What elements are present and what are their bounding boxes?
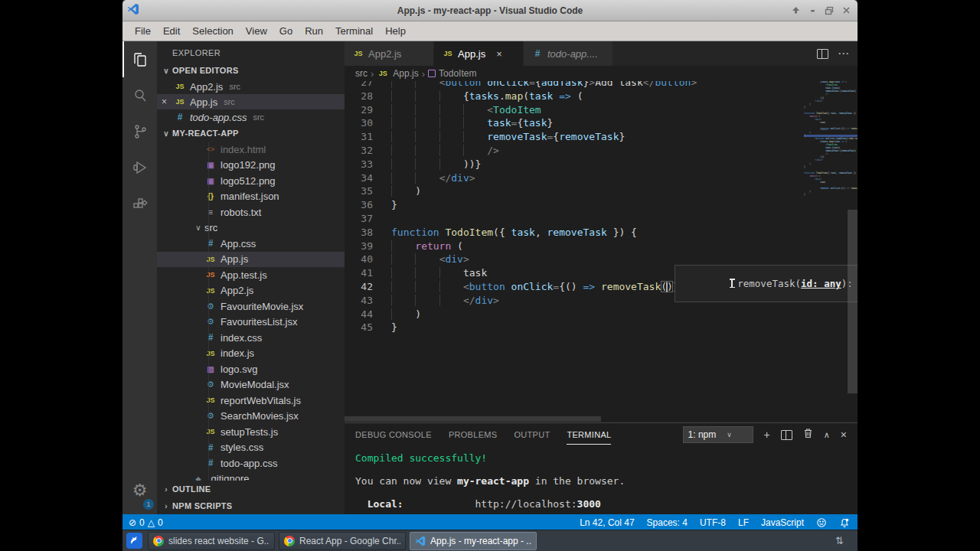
tree-item-index.css[interactable]: #index.css [157, 330, 345, 346]
applications-menu-button[interactable] [124, 532, 144, 550]
tree-item-robots.txt[interactable]: ≡robots.txt [157, 204, 345, 220]
indent-guide [415, 131, 439, 142]
open-editor-label: App2.js [190, 81, 223, 93]
tree-item-App.css[interactable]: #App.css [157, 236, 345, 252]
indent-guide [415, 267, 439, 279]
status-item-utf-8[interactable]: UTF-8 [700, 517, 726, 528]
tree-item-reportWebVitals.js[interactable]: JSreportWebVitals.js [157, 393, 345, 409]
tree-item-logo512.png[interactable]: ▣logo512.png [157, 173, 345, 189]
tree-item-manifest.json[interactable]: {}manifest.json [157, 189, 345, 205]
tree-item-src[interactable]: ∨src [157, 220, 345, 236]
taskbar-window-chrome[interactable]: React App - Google Chr... [279, 532, 406, 550]
minimize-button[interactable] [807, 5, 818, 16]
menu-item-view[interactable]: View [240, 24, 273, 38]
run-debug-icon[interactable] [122, 149, 157, 185]
code-editor[interactable]: 27282930313233343536373839404142434445 <… [345, 81, 858, 422]
more-actions-icon[interactable]: ⋯ [838, 47, 850, 60]
menu-item-selection[interactable]: Selection [186, 24, 239, 38]
menu-item-file[interactable]: File [129, 24, 157, 38]
outline-header[interactable]: › OUTLINE [157, 481, 345, 497]
close-window-button[interactable] [841, 5, 851, 16]
open-editor-item[interactable]: ×JSApp.jssrc [157, 94, 345, 109]
open-editors-header[interactable]: ∨ OPEN EDITORS [157, 62, 345, 79]
menu-item-run[interactable]: Run [299, 24, 329, 38]
kill-terminal-icon[interactable] [803, 428, 813, 442]
shade-button[interactable] [790, 5, 801, 16]
tab-todo-app-[interactable]: #todo-app.... [524, 41, 613, 66]
open-editor-item[interactable]: #todo-app.csssrc [157, 109, 345, 125]
tab-App2-js[interactable]: JSApp2.js [345, 41, 434, 66]
panel-tab-output[interactable]: OUTPUT [514, 425, 550, 444]
line-number: 40 [345, 253, 373, 266]
search-icon[interactable] [122, 77, 157, 113]
panel-tab-terminal[interactable]: TERMINAL [567, 425, 611, 445]
status-item-ln-42-col-47[interactable]: Ln 42, Col 47 [580, 517, 634, 528]
tree-item-SearchMovies.jsx[interactable]: ⚙SearchMovies.jsx [157, 409, 345, 425]
terminal-selector[interactable]: 1: npm ∨ [683, 426, 753, 443]
taskbar-window-active[interactable]: App.js - my-react-app - ... [410, 532, 537, 550]
horizontal-scrollbar[interactable] [345, 416, 601, 422]
tree-item-FavouriteMovie.jsx[interactable]: ⚙FavouriteMovie.jsx [157, 298, 345, 315]
split-terminal-icon[interactable] [781, 430, 792, 440]
tree-item-.gitignore[interactable]: ◆.gitignore [157, 471, 345, 481]
extensions-icon[interactable] [122, 185, 157, 221]
tree-item-App.js[interactable]: JSApp.js [157, 252, 345, 268]
panel-tab-problems[interactable]: PROBLEMS [449, 425, 498, 444]
taskbar-window-chrome[interactable]: slides react website - G... [148, 532, 275, 550]
notifications-bell-icon[interactable] [839, 517, 850, 528]
indent-guide [208, 142, 209, 481]
tree-item-todo-app.css[interactable]: #todo-app.css [157, 455, 345, 471]
source-control-icon[interactable] [122, 113, 157, 149]
close-panel-icon[interactable]: × [841, 429, 847, 440]
feedback-icon[interactable] [816, 517, 827, 528]
tab-label: App.js [458, 48, 485, 60]
parameter-hint-tooltip: removeTask(id: any): void [675, 265, 858, 302]
chevron-down-icon: ∨ [727, 431, 732, 439]
menu-item-terminal[interactable]: Terminal [329, 24, 379, 38]
vertical-scrollbar[interactable] [848, 210, 858, 393]
tree-item-FavouritesList.jsx[interactable]: ⚙FavouritesList.jsx [157, 315, 345, 331]
menu-item-help[interactable]: Help [379, 24, 412, 38]
project-header[interactable]: ∨ MY-REACT-APP [157, 125, 345, 142]
tree-item-logo192.png[interactable]: ▣logo192.png [157, 158, 345, 174]
maximize-button[interactable] [824, 5, 835, 16]
network-tray-icon[interactable]: ⇅ [835, 535, 844, 546]
status-item-lf[interactable]: LF [738, 517, 749, 528]
tab-App-js[interactable]: JSApp.js× [434, 41, 524, 66]
menu-item-go[interactable]: Go [273, 24, 299, 38]
open-editor-item[interactable]: JSApp2.jssrc [157, 79, 345, 94]
indent-guide [439, 104, 463, 116]
menu-item-edit[interactable]: Edit [157, 24, 186, 38]
terminal-line [355, 487, 858, 498]
status-item-javascript[interactable]: JavaScript [761, 517, 804, 528]
panel-tab-debug-console[interactable]: DEBUG CONSOLE [355, 425, 432, 444]
manage-gear-icon[interactable]: ⚙ 1 [122, 472, 157, 508]
tree-item-index.js[interactable]: JSindex.js [157, 346, 345, 362]
tab-label: todo-app.... [547, 48, 598, 60]
status-item-spaces-4[interactable]: Spaces: 4 [647, 517, 688, 528]
line-number: 33 [345, 158, 373, 171]
tree-item-styles.css[interactable]: #styles.css [157, 440, 345, 456]
line-number: 42 [345, 280, 373, 294]
tree-item-index.html[interactable]: <>index.html [157, 142, 345, 158]
breadcrumb-item[interactable]: src [355, 68, 368, 79]
file-label: logo.svg [220, 364, 257, 375]
npm-scripts-header[interactable]: › NPM SCRIPTS [157, 497, 345, 514]
tree-item-MovieModal.jsx[interactable]: ⚙MovieModal.jsx [157, 377, 345, 393]
explorer-icon[interactable] [122, 41, 157, 77]
tree-item-App2.js[interactable]: JSApp2.js [157, 283, 345, 299]
code-line: /> [391, 144, 804, 158]
close-tab-icon[interactable]: × [496, 48, 502, 60]
maximize-panel-icon[interactable]: ∧ [824, 431, 830, 439]
problems-status[interactable]: ⊘ 0 △ 0 [129, 517, 163, 528]
tree-item-setupTests.js[interactable]: JSsetupTests.js [157, 424, 345, 440]
new-terminal-icon[interactable]: + [764, 429, 770, 440]
breadcrumb-item[interactable]: TodoItem [439, 68, 476, 79]
tree-item-logo.svg[interactable]: ▨logo.svg [157, 361, 345, 377]
tree-item-App.test.js[interactable]: JSApp.test.js [157, 267, 345, 283]
terminal-output[interactable]: Compiled successfully!You can now view m… [345, 446, 858, 514]
split-editor-icon[interactable] [817, 49, 828, 59]
css-file-icon: # [204, 238, 217, 249]
close-editor-icon[interactable]: × [162, 96, 167, 107]
breadcrumb-item[interactable]: App.js [393, 68, 418, 79]
